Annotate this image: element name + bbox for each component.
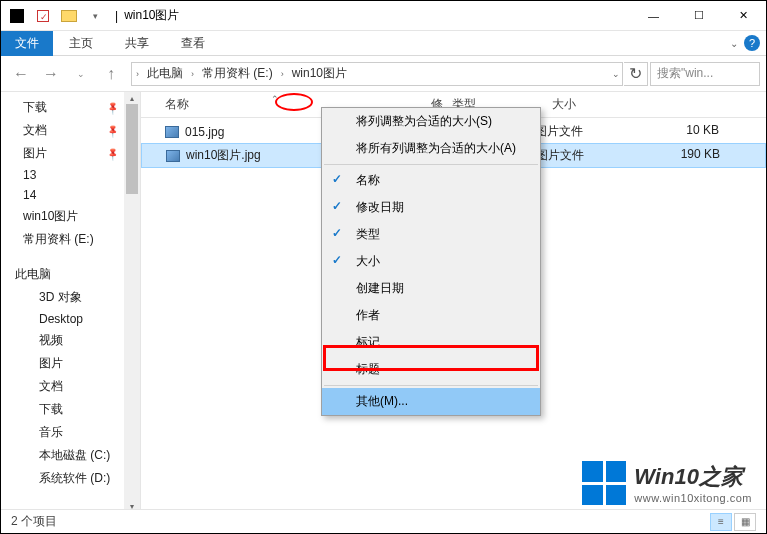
sidebar-item[interactable]: 音乐	[1, 421, 140, 444]
view-switcher: ≡ ▦	[710, 513, 756, 531]
sidebar-item-label: 下载	[23, 99, 47, 116]
sidebar-item-label: 13	[23, 168, 36, 182]
navigation-pane: 下载 文档 图片 13 14 win10图片 常用资料 (E:) 此电脑 3D …	[1, 92, 141, 512]
sidebar-item[interactable]: 13	[1, 165, 140, 185]
sidebar-item[interactable]: 3D 对象	[1, 286, 140, 309]
menu-item-author[interactable]: 作者	[322, 302, 540, 329]
chevron-right-icon: ›	[191, 69, 194, 79]
watermark-url: www.win10xitong.com	[634, 492, 752, 504]
qat-properties-icon[interactable]: ✓	[31, 5, 55, 27]
sidebar-item-label: 文档	[39, 378, 63, 395]
check-icon: ✓	[332, 226, 342, 240]
check-icon: ✓	[332, 253, 342, 267]
sidebar-item-label: 下载	[39, 401, 63, 418]
sidebar-item-label: 常用资料 (E:)	[23, 231, 94, 248]
window-title: | win10图片	[107, 7, 631, 24]
title-bar: ✓ ▾ | win10图片 — ☐ ✕	[1, 1, 766, 31]
sidebar-item-documents[interactable]: 文档	[1, 119, 140, 142]
file-tab[interactable]: 文件	[1, 31, 53, 56]
sidebar-item[interactable]: 文档	[1, 375, 140, 398]
maximize-button[interactable]: ☐	[676, 1, 721, 31]
sidebar-item[interactable]: 系统软件 (D:)	[1, 467, 140, 490]
menu-item-created[interactable]: 创建日期	[322, 275, 540, 302]
menu-item-label: 修改日期	[356, 200, 404, 214]
menu-item-more[interactable]: 其他(M)...	[322, 388, 540, 415]
sidebar-item-label: 图片	[23, 145, 47, 162]
back-button[interactable]: ←	[7, 60, 35, 88]
menu-item-label: 将所有列调整为合适的大小(A)	[356, 141, 516, 155]
tab-view[interactable]: 查看	[165, 31, 221, 56]
menu-item-title[interactable]: 标题	[322, 356, 540, 383]
status-item-count: 2 个项目	[11, 513, 57, 530]
sidebar-item[interactable]: 视频	[1, 329, 140, 352]
sidebar-item[interactable]: 本地磁盘 (C:)	[1, 444, 140, 467]
sidebar-item-pictures[interactable]: 图片	[1, 142, 140, 165]
menu-item-label: 作者	[356, 308, 380, 322]
sidebar-item[interactable]: 14	[1, 185, 140, 205]
sidebar-item-downloads[interactable]: 下载	[1, 96, 140, 119]
recent-dropdown[interactable]: ⌄	[67, 60, 95, 88]
address-dropdown-icon[interactable]: ⌄	[612, 69, 620, 79]
sidebar-item[interactable]: 下载	[1, 398, 140, 421]
sidebar-item[interactable]: Desktop	[1, 309, 140, 329]
search-input[interactable]: 搜索"win...	[650, 62, 760, 86]
menu-item-name[interactable]: ✓名称	[322, 167, 540, 194]
sidebar-item[interactable]: 图片	[1, 352, 140, 375]
menu-item-tags[interactable]: 标记	[322, 329, 540, 356]
ribbon-controls: ⌄ ?	[730, 35, 760, 51]
navpane-scrollbar[interactable]: ▴ ▾	[124, 92, 140, 512]
sort-indicator-icon: ⌃	[271, 94, 279, 104]
search-placeholder: 搜索"win...	[657, 65, 713, 82]
status-bar: 2 个项目 ≡ ▦	[1, 509, 766, 533]
breadcrumb[interactable]: win10图片	[288, 65, 351, 82]
ribbon-expand-icon[interactable]: ⌄	[730, 38, 738, 49]
menu-separator	[324, 385, 538, 386]
menu-item-label: 标记	[356, 335, 380, 349]
check-icon: ✓	[332, 199, 342, 213]
minimize-button[interactable]: —	[631, 1, 676, 31]
sidebar-item-label: Desktop	[39, 312, 83, 326]
details-view-button[interactable]: ≡	[710, 513, 732, 531]
qat-dropdown-icon[interactable]: ▾	[83, 5, 107, 27]
sidebar-item-label: 3D 对象	[39, 289, 82, 306]
menu-item-label: 大小	[356, 254, 380, 268]
menu-item-size[interactable]: ✓大小	[322, 248, 540, 275]
close-button[interactable]: ✕	[721, 1, 766, 31]
sidebar-section-thispc[interactable]: 此电脑	[1, 263, 140, 286]
quick-access-toolbar: ✓ ▾	[1, 5, 107, 27]
tab-home[interactable]: 主页	[53, 31, 109, 56]
menu-item-fit-all-columns[interactable]: 将所有列调整为合适的大小(A)	[322, 135, 540, 162]
thumbnails-view-button[interactable]: ▦	[734, 513, 756, 531]
breadcrumb[interactable]: 常用资料 (E:)	[198, 65, 277, 82]
nav-bar: ← → ⌄ ↑ › 此电脑 › 常用资料 (E:) › win10图片 ⌄ ↻ …	[1, 56, 766, 92]
breadcrumb[interactable]: 此电脑	[143, 65, 187, 82]
help-icon[interactable]: ?	[744, 35, 760, 51]
menu-item-label: 将列调整为合适的大小(S)	[356, 114, 492, 128]
address-bar[interactable]: › 此电脑 › 常用资料 (E:) › win10图片 ⌄	[131, 62, 623, 86]
scroll-up-icon[interactable]: ▴	[124, 92, 140, 104]
menu-item-fit-column[interactable]: 将列调整为合适的大小(S)	[322, 108, 540, 135]
title-sep: |	[115, 9, 118, 23]
sidebar-item-label: 文档	[23, 122, 47, 139]
file-name: win10图片.jpg	[186, 147, 261, 164]
menu-item-date[interactable]: ✓修改日期	[322, 194, 540, 221]
tab-share[interactable]: 共享	[109, 31, 165, 56]
scrollbar-thumb[interactable]	[126, 104, 138, 194]
menu-item-label: 创建日期	[356, 281, 404, 295]
folder-icon	[57, 5, 81, 27]
up-button[interactable]: ↑	[97, 60, 125, 88]
file-name: 015.jpg	[185, 125, 224, 139]
sidebar-item[interactable]: win10图片	[1, 205, 140, 228]
menu-separator	[324, 164, 538, 165]
context-menu: 将列调整为合适的大小(S) 将所有列调整为合适的大小(A) ✓名称 ✓修改日期 …	[321, 107, 541, 416]
window-controls: — ☐ ✕	[631, 1, 766, 31]
refresh-button[interactable]: ↻	[624, 62, 648, 86]
sidebar-item[interactable]: 常用资料 (E:)	[1, 228, 140, 251]
chevron-right-icon: ›	[281, 69, 284, 79]
forward-button[interactable]: →	[37, 60, 65, 88]
column-size[interactable]: 大小	[542, 92, 632, 117]
sidebar-item-label: 音乐	[39, 424, 63, 441]
title-text: win10图片	[124, 7, 179, 24]
sidebar-item-label: win10图片	[23, 208, 78, 225]
menu-item-type[interactable]: ✓类型	[322, 221, 540, 248]
